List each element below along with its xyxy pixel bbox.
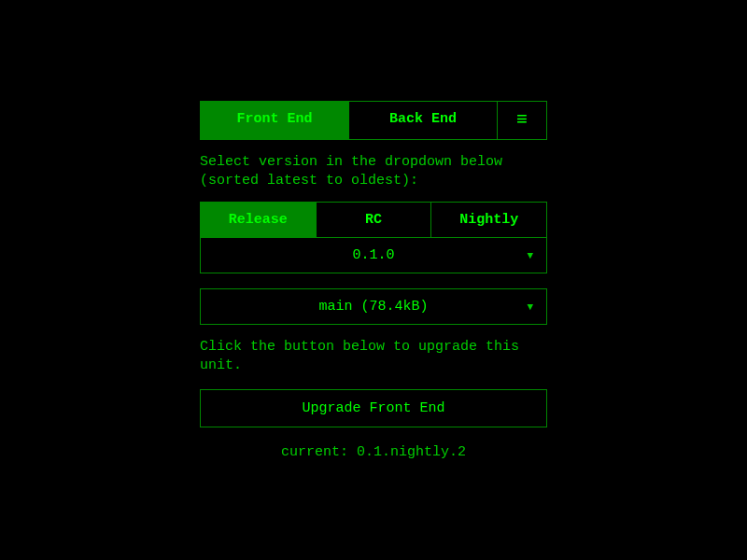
version-dropdown[interactable]: 0.1.0 ▼: [201, 238, 546, 273]
tab-front-end[interactable]: Front End: [201, 102, 349, 139]
channel-tab-nightly[interactable]: Nightly: [431, 203, 546, 237]
channel-tab-release[interactable]: Release: [201, 203, 317, 237]
branch-dropdown-value: main (78.4kB): [318, 299, 428, 315]
channel-tab-rc[interactable]: RC: [317, 203, 432, 237]
version-dropdown-value: 0.1.0: [352, 247, 394, 263]
chevron-down-icon: ▼: [527, 301, 533, 313]
upgrade-button[interactable]: Upgrade Front End: [200, 389, 547, 427]
upgrade-panel: Front End Back End ≡ Select version in t…: [200, 101, 547, 460]
channel-tab-row: Release RC Nightly: [201, 203, 546, 238]
version-instruction-text: Select version in the dropdown below (so…: [200, 153, 547, 191]
tab-back-end[interactable]: Back End: [349, 102, 498, 139]
main-tab-row: Front End Back End ≡: [200, 101, 547, 140]
chevron-down-icon: ▼: [527, 250, 533, 261]
hamburger-menu-icon[interactable]: ≡: [498, 102, 546, 139]
branch-dropdown[interactable]: main (78.4kB) ▼: [200, 288, 547, 325]
channel-block: Release RC Nightly 0.1.0 ▼: [200, 202, 547, 273]
upgrade-instruction-text: Click the button below to upgrade this u…: [200, 338, 547, 376]
current-version-text: current: 0.1.nightly.2: [200, 444, 547, 460]
